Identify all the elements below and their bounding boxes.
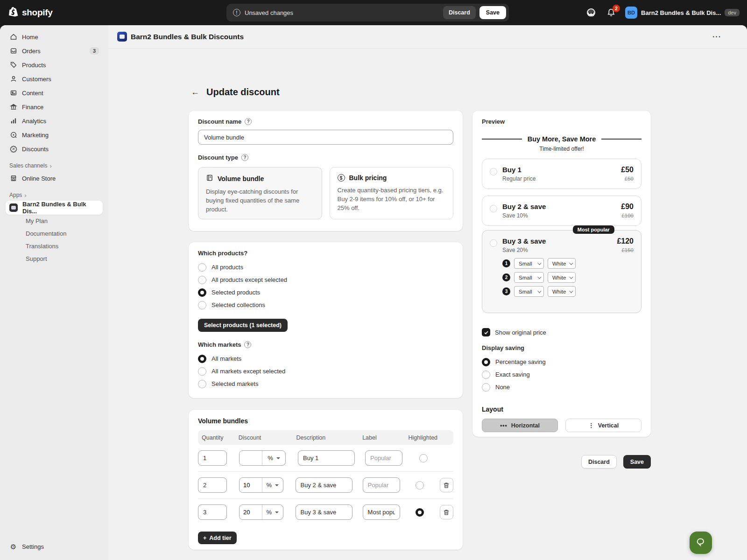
delete-tier-button[interactable] — [440, 505, 453, 519]
add-tier-button[interactable]: + Add tier — [198, 532, 237, 544]
discount-input[interactable] — [240, 478, 262, 492]
radio-exact-saving[interactable]: Exact saving — [482, 368, 641, 381]
sidebar-item-analytics[interactable]: Analytics — [6, 114, 103, 128]
offer-radio-icon[interactable] — [490, 205, 497, 212]
radio-icon[interactable] — [198, 367, 206, 376]
quantity-input[interactable] — [198, 450, 227, 466]
layout-horizontal-button[interactable]: ••• Horizontal — [482, 419, 558, 432]
highlighted-radio[interactable] — [416, 508, 424, 517]
unit-select[interactable]: % — [262, 505, 283, 519]
description-input[interactable] — [298, 450, 355, 466]
radio-selected-collections[interactable]: Selected collections — [198, 299, 453, 311]
sidebar-item-settings[interactable]: ⚙ Settings — [6, 539, 103, 553]
description-input[interactable] — [296, 504, 352, 520]
quantity-input[interactable] — [198, 477, 227, 493]
radio-icon[interactable] — [198, 355, 206, 363]
col-label: Label — [362, 434, 408, 441]
radio-all-products-except[interactable]: All products except selected — [198, 273, 453, 286]
label-input[interactable] — [363, 504, 400, 520]
preview-offer-buy-1[interactable]: Buy 1 Regular price £50 £50 — [482, 159, 641, 189]
preview-banner: Buy More, Save More — [482, 135, 641, 143]
label-input[interactable] — [363, 477, 400, 493]
radio-none[interactable]: None — [482, 381, 641, 393]
sidebar-item-finance[interactable]: Finance — [6, 100, 103, 114]
discount-input[interactable] — [240, 451, 262, 465]
apps-header[interactable]: Apps › — [6, 189, 103, 201]
radio-icon[interactable] — [482, 371, 490, 379]
label-input[interactable] — [365, 450, 402, 466]
sidebar-item-marketing[interactable]: Marketing — [6, 128, 103, 142]
store-account-menu[interactable]: BD Barn2 Bundles & Bulk Dis... dev — [625, 7, 740, 19]
checkbox-checked-icon[interactable] — [482, 328, 490, 336]
topbar-save-button[interactable]: Save — [479, 6, 506, 19]
save-button[interactable]: Save — [623, 455, 651, 469]
description-input[interactable] — [296, 477, 352, 493]
radio-icon[interactable] — [198, 301, 206, 309]
help-icon[interactable]: ? — [244, 341, 251, 348]
add-tier-label: Add tier — [209, 535, 231, 541]
unit-select[interactable]: % — [262, 478, 283, 492]
size-select[interactable]: Small — [514, 272, 544, 283]
caret-down-icon — [276, 457, 280, 459]
quantity-input[interactable] — [198, 504, 227, 520]
color-select[interactable]: White — [548, 258, 576, 269]
delete-tier-button[interactable] — [440, 478, 453, 492]
sidebar-item-discounts[interactable]: Discounts — [6, 142, 103, 156]
radio-all-products[interactable]: All products — [198, 261, 453, 273]
help-icon[interactable]: ? — [241, 154, 248, 161]
highlighted-radio[interactable] — [419, 454, 428, 462]
more-options-icon[interactable]: ··· — [712, 33, 721, 41]
offer-radio-icon[interactable] — [490, 168, 497, 175]
sidebar-item-translations[interactable]: Translations — [6, 240, 103, 252]
back-arrow-icon[interactable]: ← — [189, 85, 202, 98]
radio-percentage-saving[interactable]: Percentage saving — [482, 356, 641, 368]
radio-icon[interactable] — [482, 383, 490, 392]
sales-channels-header[interactable]: Sales channels › — [6, 160, 103, 171]
chat-launcher-button[interactable] — [690, 532, 712, 554]
discount-name-input[interactable] — [198, 130, 453, 145]
notifications-bell-icon[interactable]: 2 — [606, 7, 617, 18]
radio-all-markets-except[interactable]: All markets except selected — [198, 365, 453, 378]
discount-type-volume-bundle[interactable]: Volume bundle Display eye-catching disco… — [198, 167, 322, 219]
color-select[interactable]: White — [548, 272, 576, 283]
size-select[interactable]: Small — [514, 286, 544, 297]
sidebar-item-home[interactable]: Home — [6, 30, 103, 44]
radio-selected-markets[interactable]: Selected markets — [198, 378, 453, 390]
assistant-face-icon[interactable] — [585, 7, 597, 19]
radio-icon[interactable] — [198, 288, 206, 297]
radio-icon[interactable] — [198, 276, 206, 284]
preview-offer-buy-3[interactable]: Most popular Buy 3 & save Save 20% 1 Sma… — [482, 230, 641, 313]
unit-select[interactable]: % — [262, 451, 285, 465]
topbar-discard-button[interactable]: Discard — [443, 6, 476, 19]
discard-button[interactable]: Discard — [581, 455, 617, 469]
radio-selected-products[interactable]: Selected products — [198, 286, 453, 299]
discount-input[interactable] — [240, 505, 262, 519]
sidebar-item-customers[interactable]: Customers — [6, 72, 103, 86]
page-title-row: ← Update discount — [189, 85, 280, 98]
sidebar-item-orders[interactable]: Orders 3 — [6, 44, 103, 58]
size-select[interactable]: Small — [514, 258, 544, 269]
sidebar-item-barn2-app[interactable]: Barn2 Bundles & Bulk Dis... — [6, 201, 103, 215]
highlighted-radio[interactable] — [416, 481, 424, 490]
sidebar-item-products[interactable]: Products — [6, 58, 103, 72]
sidebar-item-documentation[interactable]: Documentation — [6, 227, 103, 240]
sidebar-item-content[interactable]: Content — [6, 86, 103, 100]
radio-icon[interactable] — [198, 380, 206, 388]
layout-vertical-button[interactable]: ⋮ Vertical — [565, 419, 641, 432]
sidebar-item-online-store[interactable]: Online Store — [6, 171, 103, 185]
orders-count-badge: 3 — [90, 47, 99, 55]
offer-radio-icon[interactable] — [490, 239, 497, 247]
sidebar-item-my-plan[interactable]: My Plan — [6, 215, 103, 227]
radio-icon[interactable] — [198, 263, 206, 272]
show-original-price-row[interactable]: Show original price — [482, 328, 641, 336]
radio-all-markets[interactable]: All markets — [198, 352, 453, 365]
discount-type-bulk-pricing[interactable]: $ Bulk pricing Create quantity-based pri… — [330, 167, 454, 219]
preview-offer-buy-2[interactable]: Buy 2 & save Save 10% £90 £100 — [482, 196, 641, 226]
help-icon[interactable]: ? — [245, 118, 252, 125]
select-products-button[interactable]: Select products (1 selected) — [198, 319, 288, 332]
radio-icon[interactable] — [482, 358, 490, 366]
radio-label: All products except selected — [211, 276, 287, 283]
sidebar-item-support[interactable]: Support — [6, 252, 103, 265]
shopify-logo[interactable]: shopify — [8, 6, 102, 19]
color-select[interactable]: White — [548, 286, 576, 297]
